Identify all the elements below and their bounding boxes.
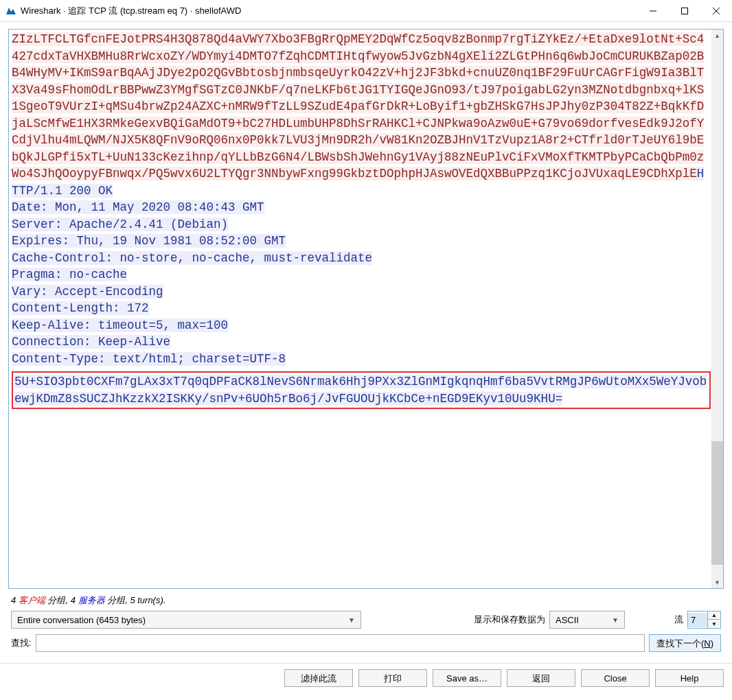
stream-text[interactable]: ZIzLTFCLTGfcnFEJotPRS4H3Q878Qd4aVWY7Xbo3… [9, 30, 723, 588]
scroll-down-button[interactable]: ▼ [711, 576, 723, 588]
back-button[interactable]: 返回 [507, 669, 575, 687]
stats-mid1: 分组, [45, 595, 71, 605]
save-as-label: 显示和保存数据为 [474, 614, 545, 626]
stats-client-count: 4 [11, 595, 19, 605]
help-button[interactable]: Help [655, 669, 724, 687]
find-input[interactable] [36, 634, 645, 652]
find-next-key: N [704, 638, 710, 649]
find-next-suffix: ) [711, 638, 713, 649]
svg-rect-1 [682, 8, 688, 14]
conversation-dropdown-label: Entire conversation (6453 bytes) [17, 615, 146, 625]
stream-content-area: ZIzLTFCLTGfcnFEJotPRS4H3Q878Qd4aVWY7Xbo3… [8, 29, 724, 589]
filter-out-stream-button[interactable]: 滤掉此流 [284, 669, 353, 687]
find-next-prefix: 查找下一个( [656, 638, 704, 649]
packet-stats: 4 客户端 分组, 4 服务器 分组, 5 turn(s). [11, 594, 721, 607]
vertical-scrollbar[interactable]: ▲ ▼ [711, 30, 723, 588]
response-headers: Date: Mon, 11 May 2020 08:40:43 GMT Serv… [12, 200, 372, 366]
wireshark-icon [5, 5, 16, 16]
stream-label: 流 [674, 614, 683, 626]
window-controls [637, 0, 732, 22]
conversation-dropdown[interactable]: Entire conversation (6453 bytes) ▼ [11, 611, 361, 629]
scrollbar-thumb[interactable] [711, 441, 723, 565]
print-button[interactable]: 打印 [358, 669, 427, 687]
save-as-button[interactable]: Save as… [433, 669, 501, 687]
scroll-up-button[interactable]: ▲ [711, 30, 723, 41]
chevron-down-icon: ▼ [348, 616, 355, 624]
stats-mid2: 分组, [105, 595, 130, 605]
maximize-button[interactable] [669, 0, 700, 22]
spin-down-button[interactable]: ▼ [708, 620, 720, 628]
encoding-dropdown-label: ASCII [556, 615, 579, 625]
highlighted-response-body: 5U+SIO3pbt0CXFm7gLAx3xT7q0qDPFaCK8lNevS6… [12, 371, 711, 409]
stream-number-spinner[interactable]: ▲ ▼ [687, 611, 721, 629]
chevron-down-icon: ▼ [612, 616, 619, 624]
minimize-button[interactable] [637, 0, 669, 22]
close-dialog-button[interactable]: Close [581, 669, 650, 687]
request-payload: ZIzLTFCLTGfcnFEJotPRS4H3Q878Qd4aVWY7Xbo3… [12, 32, 704, 180]
titlebar: Wireshark · 追踪 TCP 流 (tcp.stream eq 7) ·… [0, 0, 732, 22]
encoding-dropdown[interactable]: ASCII ▼ [549, 611, 625, 629]
stats-server-count: 4 [71, 595, 78, 605]
stats-client-word: 客户端 [19, 595, 45, 605]
spin-up-button[interactable]: ▲ [708, 611, 720, 620]
close-button[interactable] [700, 0, 732, 22]
find-next-button[interactable]: 查找下一个(N) [649, 634, 721, 652]
dialog-button-bar: 滤掉此流 打印 Save as… 返回 Close Help [0, 663, 732, 692]
stats-server-word: 服务器 [78, 595, 105, 605]
response-body-text: 5U+SIO3pbt0CXFm7gLAx3xT7q0qDPFaCK8lNevS6… [14, 375, 707, 406]
stats-turns: 5 turn(s). [130, 595, 165, 605]
stream-number-input[interactable] [688, 613, 707, 627]
window-title: Wireshark · 追踪 TCP 流 (tcp.stream eq 7) ·… [21, 5, 637, 17]
find-label: 查找: [11, 637, 32, 649]
